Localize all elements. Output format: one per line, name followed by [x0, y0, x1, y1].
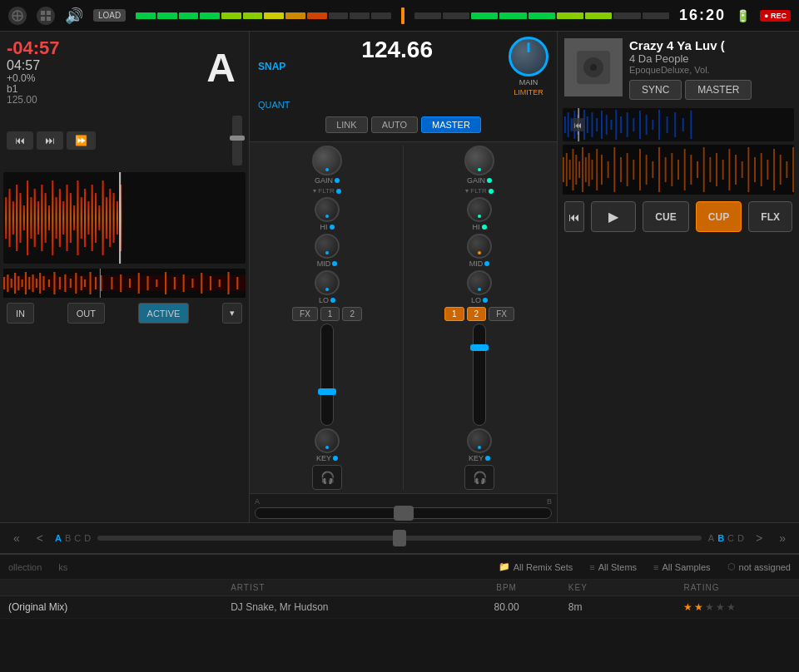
svg-rect-138: [665, 157, 667, 182]
deck-a-skip[interactable]: ⏩: [67, 131, 96, 150]
fltr-a-label: ▾FLTR: [313, 187, 340, 195]
svg-rect-13: [23, 205, 25, 230]
svg-rect-149: [735, 155, 737, 185]
samples-icon: ≡: [653, 562, 658, 572]
sidebar-tracks[interactable]: ks: [58, 562, 67, 572]
channel-b-fx2[interactable]: 2: [467, 307, 487, 321]
deck-b-flx-button[interactable]: FLX: [748, 201, 792, 232]
svg-rect-52: [32, 274, 33, 292]
channel-a-key-knob[interactable]: [315, 428, 340, 453]
svg-rect-105: [639, 111, 641, 139]
channel-a-gain-knob[interactable]: [312, 146, 342, 175]
deck-b-skip-back[interactable]: ⏮: [564, 201, 584, 232]
channel-b-key-knob[interactable]: [467, 428, 492, 453]
master-button[interactable]: MASTER: [421, 116, 481, 133]
channel-b-gain-knob[interactable]: [464, 146, 494, 175]
channel-a-headphone[interactable]: 🎧: [312, 465, 342, 490]
load-button[interactable]: LOAD: [93, 9, 126, 22]
channel-b-hi-knob[interactable]: [467, 197, 492, 222]
svg-rect-78: [210, 276, 211, 290]
auto-button[interactable]: AUTO: [371, 116, 418, 133]
channel-b-lo-knob[interactable]: [467, 270, 492, 295]
deck-a-active-button[interactable]: ACTIVE: [138, 303, 190, 324]
deck-b-cup-button[interactable]: CUP: [696, 201, 742, 232]
deck-a-out-button[interactable]: OUT: [67, 303, 105, 324]
filter-samples[interactable]: ≡ All Samples: [653, 562, 711, 572]
svg-rect-27: [73, 205, 75, 230]
snap-button[interactable]: SNAP: [258, 37, 285, 96]
channel-b-strip: GAIN ▾FLTR HI: [405, 142, 553, 493]
crossfader-main-track[interactable]: [97, 536, 702, 541]
svg-rect-150: [742, 161, 743, 178]
channel-a-fx2[interactable]: 2: [342, 307, 362, 321]
deck-b-play-button[interactable]: ▶: [591, 201, 636, 232]
channel-a-fader[interactable]: [320, 324, 334, 426]
channel-b-fader[interactable]: [473, 324, 486, 426]
deck-a-pitch-slider[interactable]: [232, 116, 242, 166]
deck-a-prev[interactable]: ⏮: [7, 131, 33, 150]
cf-nav-right[interactable]: >: [751, 530, 767, 546]
deck-a-cue-select[interactable]: ▾: [222, 303, 242, 324]
col-header-artist: ARTIST: [231, 583, 444, 592]
svg-rect-131: [620, 157, 622, 182]
svg-rect-45: [7, 274, 8, 292]
channel-a-fx-button[interactable]: FX: [292, 307, 318, 321]
svg-rect-24: [62, 201, 64, 235]
filter-not-assigned[interactable]: ⬡ not assigned: [727, 561, 791, 572]
svg-rect-104: [633, 118, 634, 131]
channel-a-lo-knob[interactable]: [315, 270, 340, 295]
mid-b-label: MID: [469, 259, 484, 268]
crossfader-track[interactable]: [255, 507, 552, 519]
crossfader-handle[interactable]: [394, 506, 414, 521]
svg-rect-106: [646, 115, 648, 135]
deck-a-mini-waveform: [3, 269, 246, 298]
quant-label[interactable]: QUANT: [258, 100, 548, 110]
sync-button[interactable]: SYNC: [629, 80, 682, 100]
key-a-led: [333, 456, 338, 461]
svg-rect-158: [792, 147, 794, 192]
svg-rect-71: [146, 276, 148, 290]
svg-rect-148: [728, 149, 730, 190]
svg-rect-67: [111, 277, 112, 289]
mixer-header: SNAP 124.66 MAIN LIMITER QUANT LINK AUTO…: [250, 32, 557, 142]
channel-a-mid-knob[interactable]: [315, 234, 340, 259]
cf-nav-right-right[interactable]: »: [774, 530, 791, 546]
svg-rect-21: [52, 180, 53, 255]
master-deck-button[interactable]: MASTER: [685, 80, 752, 100]
filter-remix-sets[interactable]: 📁 All Remix Sets: [499, 561, 573, 572]
svg-rect-70: [138, 273, 140, 294]
cf-letter-c-right: C: [727, 533, 734, 543]
cf-nav-left-left[interactable]: «: [8, 530, 25, 546]
main-limiter-knob[interactable]: [509, 37, 548, 77]
deck-b-mini-waveform: [563, 145, 794, 195]
main-icon[interactable]: [8, 7, 27, 25]
channel-a-fx1[interactable]: 1: [320, 307, 340, 321]
table-row[interactable]: (Original Mix) DJ Snake, Mr Hudson 80.00…: [0, 596, 799, 619]
col-header-rating: RATING: [683, 583, 791, 592]
channel-b-mid-knob[interactable]: [467, 234, 492, 259]
cf-nav-left[interactable]: <: [32, 530, 48, 546]
svg-rect-35: [102, 180, 104, 255]
lo-a-label: LO: [319, 296, 329, 304]
cf-letter-a: A: [55, 533, 62, 543]
svg-rect-124: [585, 157, 587, 182]
channel-b-fx-button[interactable]: FX: [489, 307, 514, 321]
sidebar-collection-label: ollection: [8, 562, 42, 572]
rec-badge[interactable]: ● REC: [760, 10, 791, 22]
svg-rect-32: [92, 185, 93, 251]
volume-icon[interactable]: 🔊: [65, 7, 83, 25]
sidebar-collection[interactable]: ollection: [8, 562, 42, 572]
grid-icon[interactable]: [37, 7, 55, 25]
deck-a-in-button[interactable]: IN: [7, 303, 34, 324]
channel-b-headphone[interactable]: 🎧: [464, 465, 494, 490]
filter-stems[interactable]: ≡ All Stems: [589, 562, 637, 572]
svg-rect-8: [5, 197, 7, 239]
crossfader-main-handle[interactable]: [393, 530, 406, 546]
svg-rect-153: [761, 153, 762, 186]
channel-a-hi-knob[interactable]: [315, 197, 340, 222]
deck-b-transport: ⏮ ▶ CUE CUP FLX: [558, 196, 799, 237]
deck-a-play[interactable]: ⏭: [37, 131, 63, 150]
link-button[interactable]: LINK: [325, 116, 367, 133]
channel-b-fx1[interactable]: 1: [444, 307, 464, 321]
deck-b-cue-button[interactable]: CUE: [643, 201, 688, 232]
